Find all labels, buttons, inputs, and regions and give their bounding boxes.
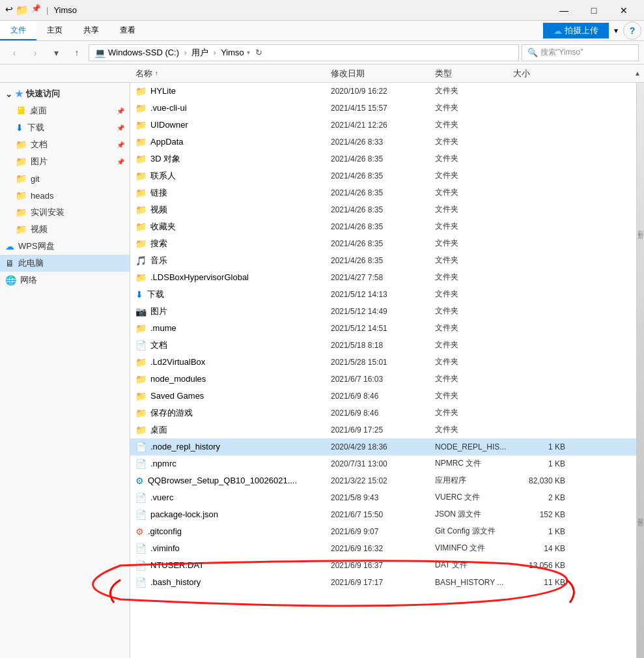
table-row[interactable]: 📁 联系人 2021/4/26 8:35 文件夹 [130, 167, 636, 184]
table-row[interactable]: 📁 3D 对象 2021/4/26 8:35 文件夹 [130, 150, 636, 167]
back-button[interactable]: ‹ [5, 44, 23, 62]
sort-arrow-icon: ↑ [155, 70, 158, 77]
address-bar[interactable]: 💻 Windows-SSD (C:) › 用户 › Yimso ▾ ↻ [89, 44, 519, 61]
sidebar-item-this-pc[interactable]: 🖥 此电脑 [0, 255, 130, 272]
minimize-button[interactable]: — [549, 0, 579, 21]
col-header-type[interactable]: 类型 [430, 68, 508, 79]
file-size: 1 KB [513, 527, 565, 536]
table-row[interactable]: 📁 保存的游戏 2021/6/9 8:46 文件夹 [130, 405, 636, 422]
table-row[interactable]: 📁 .vue-cli-ui 2021/4/15 15:57 文件夹 [130, 100, 636, 117]
folder-icon: 📁 [16, 156, 27, 167]
file-type: 文件夹 [435, 221, 513, 232]
sidebar-item-wps[interactable]: ☁ WPS网盘 [0, 238, 130, 255]
drive-label[interactable]: Windows-SSD (C:) [108, 48, 179, 57]
sidebar-item-git[interactable]: 📁 git [0, 170, 130, 187]
sidebar: ⌄ ★ 快速访问 🖥 桌面 📌 ⬇ 下载 📌 📁 文档 📌 📁 图片 [0, 83, 130, 658]
close-button[interactable]: ✕ [609, 0, 639, 21]
file-name-text: AppData [150, 137, 184, 147]
file-name-text: 3D 对象 [150, 153, 180, 165]
table-row[interactable]: 📁 .mume 2021/5/12 14:51 文件夹 [130, 320, 636, 337]
table-row[interactable]: 📁 UIDowner 2021/4/21 12:26 文件夹 [130, 117, 636, 134]
file-icon: 📁 [135, 120, 147, 130]
file-type: 文件夹 [435, 356, 513, 367]
sidebar-item-videos[interactable]: 📁 视频 [0, 221, 130, 238]
tab-view[interactable]: 查看 [109, 21, 146, 40]
user-label[interactable]: 用户 [191, 48, 208, 57]
address-chevron-icon[interactable]: ▾ [247, 49, 250, 56]
file-list[interactable]: 📁 HYLite 2020/10/9 16:22 文件夹 📁 .vue-cli-… [130, 83, 636, 658]
sidebar-item-network[interactable]: 🌐 网络 [0, 272, 130, 289]
titlebar: ↩ 📁 📌 | Yimso — □ ✕ [0, 0, 644, 21]
file-date: 2021/4/27 7:58 [331, 273, 435, 282]
table-row[interactable]: 📁 AppData 2021/4/26 8:33 文件夹 [130, 134, 636, 150]
table-row[interactable]: 📁 .Ld2VirtualBox 2021/5/28 15:01 文件夹 [130, 354, 636, 371]
sidebar-item-desktop[interactable]: 🖥 桌面 📌 [0, 102, 130, 119]
col-header-size[interactable]: 大小 [508, 68, 560, 79]
table-row[interactable]: 📷 图片 2021/5/12 14:49 文件夹 [130, 303, 636, 320]
search-bar[interactable]: 🔍 搜索"Yimso" [522, 44, 639, 61]
table-row[interactable]: 📁 收藏夹 2021/4/26 8:35 文件夹 [130, 218, 636, 235]
pin-icon: 📌 [117, 141, 124, 149]
window-title: Yimso [53, 5, 77, 15]
table-row[interactable]: ⚙ .gitconfig 2021/6/9 9:07 Git Config 源文… [130, 523, 636, 540]
table-row[interactable]: 📄 .bash_history 2021/6/9 17:17 BASH_HIST… [130, 574, 636, 591]
refresh-icon[interactable]: ↻ [255, 48, 262, 57]
col-header-date[interactable]: 修改日期 [326, 68, 430, 79]
col-header-name[interactable]: 名称 ↑ [130, 68, 326, 79]
tab-share[interactable]: 共享 [73, 21, 109, 40]
cloud-icon: ☁ [553, 26, 562, 36]
table-row[interactable]: 📁 node_modules 2021/6/7 16:03 文件夹 [130, 371, 636, 388]
file-icon: 📷 [135, 306, 147, 317]
sidebar-item-downloads[interactable]: ⬇ 下载 📌 [0, 119, 130, 136]
star-icon: ★ [15, 89, 23, 99]
scroll-to-top-button[interactable]: ▲ [631, 67, 644, 80]
table-row[interactable]: 📁 .LDSBoxHypervisorGlobal 2021/4/27 7:58… [130, 269, 636, 286]
file-icon: 📁 [135, 137, 147, 147]
file-date: 2021/4/26 8:35 [331, 239, 435, 248]
file-date: 2020/4/29 18:36 [331, 442, 435, 451]
table-row[interactable]: 📁 搜索 2021/4/26 8:35 文件夹 [130, 235, 636, 252]
file-date: 2021/6/9 16:32 [331, 544, 435, 553]
sidebar-item-training[interactable]: 📁 实训安装 [0, 204, 130, 221]
undo-icon[interactable]: ↩ [5, 4, 13, 16]
table-row[interactable]: 📄 .node_repl_history 2020/4/29 18:36 NOD… [130, 438, 636, 455]
table-row[interactable]: 📄 .viminfo 2021/6/9 16:32 VIMINFO 文件 14 … [130, 540, 636, 557]
title-separator: | [46, 5, 48, 15]
table-row[interactable]: 🎵 音乐 2021/4/26 8:35 文件夹 [130, 252, 636, 269]
table-row[interactable]: 📁 桌面 2021/6/9 17:25 文件夹 [130, 422, 636, 438]
maximize-button[interactable]: □ [579, 0, 609, 21]
file-date: 2021/4/26 8:35 [331, 205, 435, 214]
table-row[interactable]: 📄 .npmrc 2020/7/31 13:00 NPMRC 文件 1 KB [130, 455, 636, 472]
folder-label[interactable]: Yimso [221, 48, 244, 57]
file-date: 2021/4/26 8:35 [331, 222, 435, 231]
table-row[interactable]: 📄 NTUSER.DAT 2021/6/9 16:37 DAT 文件 13,05… [130, 557, 636, 574]
tab-file[interactable]: 文件 [0, 21, 36, 40]
file-size: 82,030 KB [513, 476, 565, 485]
table-row[interactable]: 📁 HYLite 2020/10/9 16:22 文件夹 [130, 83, 636, 100]
table-row[interactable]: 📁 链接 2021/4/26 8:35 文件夹 [130, 184, 636, 201]
dropdown-button[interactable]: ▾ [47, 44, 65, 62]
forward-button[interactable]: › [26, 44, 44, 62]
chevron-down-icon[interactable]: ▾ [614, 26, 618, 35]
sidebar-item-pictures[interactable]: 📁 图片 📌 [0, 153, 130, 170]
ribbon: 文件 主页 共享 查看 ☁ 拍摄上传 ▾ ? [0, 21, 644, 41]
table-row[interactable]: 📄 package-lock.json 2021/6/7 15:50 JSON … [130, 506, 636, 523]
sidebar-item-heads[interactable]: 📁 heads [0, 187, 130, 204]
table-row[interactable]: 📄 .vuerc 2021/5/8 9:43 VUERC 文件 2 KB [130, 489, 636, 506]
help-button[interactable]: ? [623, 21, 641, 40]
file-date: 2021/5/28 15:01 [331, 358, 435, 367]
table-row[interactable]: ⚙ QQBrowser_Setup_QB10_10026021.... 2021… [130, 472, 636, 489]
table-row[interactable]: 📁 视频 2021/4/26 8:35 文件夹 [130, 201, 636, 218]
file-name-text: .mume [150, 323, 176, 333]
tab-home[interactable]: 主页 [36, 21, 73, 40]
table-row[interactable]: 📄 文档 2021/5/18 8:18 文件夹 [130, 337, 636, 354]
computer-icon: 🖥 [5, 258, 14, 268]
file-icon: 📁 [135, 408, 147, 418]
upload-button[interactable]: ☁ 拍摄上传 [543, 23, 609, 38]
sidebar-item-documents[interactable]: 📁 文档 📌 [0, 136, 130, 153]
column-headers: 名称 ↑ 修改日期 类型 大小 ▲ [0, 64, 644, 83]
up-button[interactable]: ↑ [68, 44, 86, 62]
table-row[interactable]: ⬇ 下载 2021/5/12 14:13 文件夹 [130, 286, 636, 303]
quick-access-header[interactable]: ⌄ ★ 快速访问 [0, 85, 130, 102]
table-row[interactable]: 📁 Saved Games 2021/6/9 8:46 文件夹 [130, 388, 636, 405]
